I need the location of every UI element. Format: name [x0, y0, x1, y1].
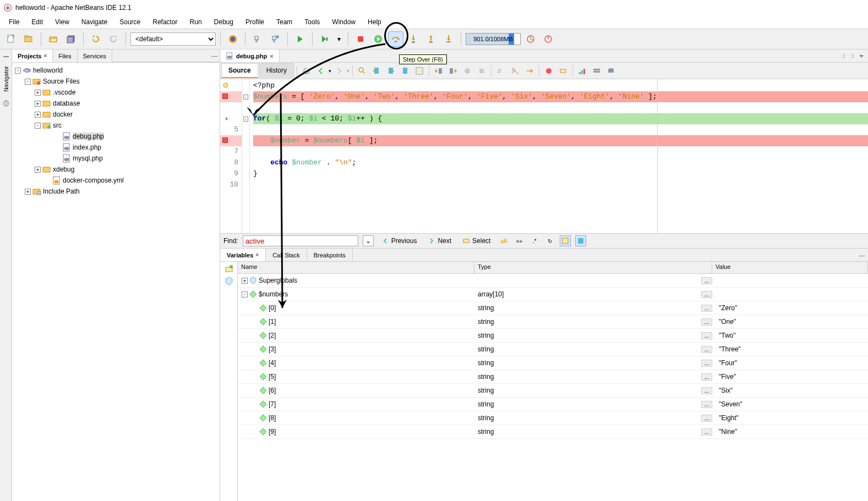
regex-toggle[interactable]: .*	[529, 235, 540, 246]
variable-row[interactable]: [1]string..."One"	[238, 315, 868, 329]
view3-button[interactable]	[604, 64, 618, 78]
find-next-button[interactable]: Next	[424, 236, 455, 246]
variable-row[interactable]: -$numbersarray[10]...	[238, 288, 868, 301]
expander[interactable]: +	[242, 278, 248, 284]
value-browse-button[interactable]: ...	[701, 291, 712, 298]
attach-profiler-button[interactable]	[541, 31, 556, 47]
variable-row[interactable]: [0]string..."Zero"	[238, 301, 868, 315]
menu-file[interactable]: File	[3, 16, 25, 27]
view1-button[interactable]	[576, 64, 589, 78]
find-select-button[interactable]: Select	[459, 236, 494, 246]
build-button[interactable]	[250, 31, 265, 47]
new-file-button[interactable]: +	[3, 31, 19, 47]
macro-start-button[interactable]	[461, 64, 474, 78]
highlight-toggle[interactable]	[560, 235, 571, 246]
goto-button[interactable]	[523, 64, 536, 78]
find-selection-button[interactable]	[356, 64, 369, 78]
find-dropdown-icon[interactable]: ⌄	[363, 235, 374, 246]
browser-firefox-button[interactable]	[225, 31, 241, 47]
breakpoint-button[interactable]	[542, 64, 555, 78]
menu-navigate[interactable]: Navigate	[76, 16, 113, 27]
variable-row[interactable]: [8]string..."Eight"	[238, 411, 868, 425]
finish-debug-button[interactable]	[353, 31, 368, 47]
project-tree[interactable]: -phphelloworld -Source Files +.vscode +d…	[12, 63, 220, 501]
menu-help[interactable]: Help	[362, 16, 387, 27]
tab-breakpoints[interactable]: Breakpoints	[307, 249, 353, 261]
view2-button[interactable]	[590, 64, 603, 78]
toggle-bookmark-button[interactable]	[398, 64, 412, 78]
variables-table[interactable]: Name Type Value +Superglobals...-$number…	[238, 262, 868, 501]
value-browse-button[interactable]: ...	[701, 401, 712, 408]
config-select[interactable]: <default>	[130, 32, 216, 46]
clean-build-button[interactable]	[268, 31, 283, 47]
editor-tab-debug-php[interactable]: debug.php ×	[220, 49, 280, 62]
tab-variables[interactable]: Variables×	[220, 249, 266, 261]
column-name[interactable]: Name	[238, 262, 474, 273]
value-browse-button[interactable]: ...	[701, 318, 712, 326]
step-over-button[interactable]	[388, 31, 403, 47]
close-icon[interactable]: ×	[270, 53, 273, 59]
column-value[interactable]: Value	[712, 262, 868, 273]
uncomment-button[interactable]: //	[509, 64, 522, 78]
find-previous-button[interactable]: Previous	[378, 236, 421, 246]
run-to-cursor-button[interactable]	[441, 31, 456, 47]
continue-button[interactable]	[370, 31, 386, 47]
menu-team[interactable]: Team	[271, 16, 298, 27]
new-project-button[interactable]: +	[21, 31, 36, 47]
menu-refactor[interactable]: Refactor	[147, 16, 183, 27]
column-type[interactable]: Type	[474, 262, 712, 273]
value-browse-button[interactable]: ...	[701, 415, 712, 422]
expander[interactable]: -	[242, 291, 248, 298]
macro-stop-button[interactable]	[475, 64, 488, 78]
forward-dropdown-icon[interactable]: ▾	[347, 68, 350, 74]
undo-button[interactable]	[88, 31, 103, 47]
subtab-source[interactable]: Source	[221, 63, 258, 78]
variable-row[interactable]: [3]string..."Three"	[238, 343, 868, 356]
line-numbers-gutter[interactable]: 5 7 8 9 10	[220, 79, 242, 233]
open-project-button[interactable]	[46, 31, 61, 47]
shift-right-button[interactable]	[446, 64, 460, 78]
code-content[interactable]: <?php $numbers = [ 'Zero', 'One', 'Two',…	[250, 79, 868, 233]
run-button[interactable]	[292, 31, 308, 47]
tab-right-icon[interactable]	[849, 53, 856, 59]
tab-callstack[interactable]: Call Stack	[266, 249, 307, 261]
block-toggle[interactable]	[575, 235, 586, 246]
variable-row[interactable]: +Superglobals...	[238, 274, 868, 288]
menu-window[interactable]: Window	[326, 16, 361, 27]
value-browse-button[interactable]: ...	[701, 373, 712, 381]
menu-profile[interactable]: Profile	[240, 16, 270, 27]
value-browse-button[interactable]: ...	[701, 305, 712, 312]
variable-row[interactable]: [2]string..."Two"	[238, 329, 868, 343]
menu-tools[interactable]: Tools	[299, 16, 325, 27]
tab-services[interactable]: Services	[78, 49, 112, 62]
save-all-button[interactable]	[63, 31, 79, 47]
menu-run[interactable]: Run	[184, 16, 208, 27]
value-browse-button[interactable]: ...	[701, 360, 712, 367]
tab-files[interactable]: Files	[53, 49, 77, 62]
watch-add-icon[interactable]	[224, 264, 234, 274]
memory-meter[interactable]: 901.0/1008MB	[466, 33, 521, 45]
minimize-icon[interactable]: —	[859, 252, 865, 258]
variable-row[interactable]: [4]string..."Four"	[238, 356, 868, 370]
value-browse-button[interactable]: ...	[701, 346, 712, 353]
menu-edit[interactable]: Edit	[26, 16, 48, 27]
watch-button[interactable]	[556, 64, 570, 78]
step-out-button[interactable]	[423, 31, 439, 47]
close-icon[interactable]: ×	[255, 252, 259, 258]
value-browse-button[interactable]: ...	[701, 387, 712, 394]
redo-button[interactable]	[106, 31, 121, 47]
value-browse-button[interactable]: ...	[701, 332, 712, 339]
shield-icon[interactable]	[224, 276, 234, 286]
variable-row[interactable]: [6]string..."Six"	[238, 384, 868, 398]
forward-button[interactable]	[332, 64, 346, 78]
code-editor[interactable]: 5 7 8 9 10 - - <?php $numbers = [ 'Zero'…	[220, 79, 868, 233]
find-input[interactable]	[243, 235, 358, 246]
next-bookmark-button[interactable]	[384, 64, 397, 78]
debug-dropdown-icon[interactable]: ▾	[335, 35, 343, 43]
back-button[interactable]	[314, 64, 327, 78]
subtab-history[interactable]: History	[259, 63, 294, 78]
toggle-highlight-button[interactable]	[413, 64, 426, 78]
whole-word-toggle[interactable]: «»	[514, 235, 525, 246]
navigator-side-tab[interactable]: Navigator	[0, 49, 12, 501]
variable-row[interactable]: [9]string..."Nine"	[238, 425, 868, 439]
